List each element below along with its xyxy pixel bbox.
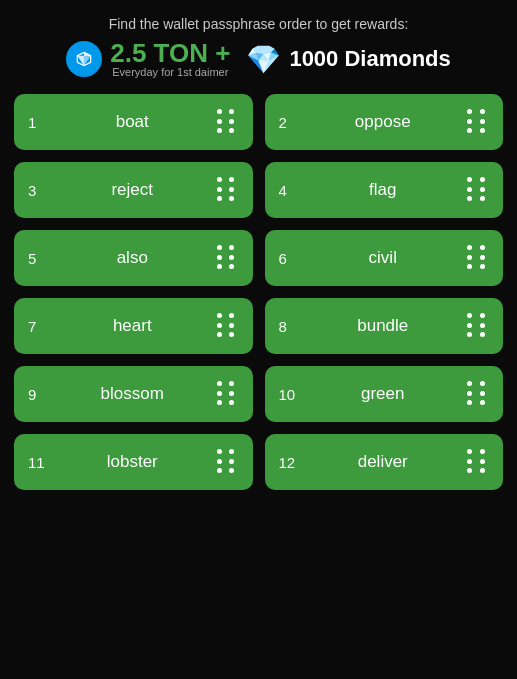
dice-icon xyxy=(217,313,239,339)
word-label: bundle xyxy=(299,316,468,336)
word-number: 9 xyxy=(28,386,48,403)
word-card[interactable]: 1boat xyxy=(14,94,253,150)
word-number: 8 xyxy=(279,318,299,335)
header: Find the wallet passphrase order to get … xyxy=(14,16,503,78)
word-label: reject xyxy=(48,180,217,200)
word-number: 1 xyxy=(28,114,48,131)
dice-icon xyxy=(217,109,239,135)
word-number: 7 xyxy=(28,318,48,335)
word-number: 4 xyxy=(279,182,299,199)
dice-icon xyxy=(217,381,239,407)
word-card[interactable]: 10green xyxy=(265,366,504,422)
word-number: 3 xyxy=(28,182,48,199)
ton-icon xyxy=(66,41,102,77)
word-number: 5 xyxy=(28,250,48,267)
dice-icon xyxy=(217,449,239,475)
dice-icon xyxy=(467,313,489,339)
word-label: heart xyxy=(48,316,217,336)
words-grid: 1boat2oppose3reject4flag5also6civil7hear… xyxy=(14,94,503,490)
instruction-text: Find the wallet passphrase order to get … xyxy=(14,16,503,32)
word-card[interactable]: 5also xyxy=(14,230,253,286)
word-card[interactable]: 3reject xyxy=(14,162,253,218)
dice-icon xyxy=(217,177,239,203)
word-label: lobster xyxy=(48,452,217,472)
word-label: green xyxy=(299,384,468,404)
dice-icon xyxy=(467,449,489,475)
ton-block: 2.5 TON + Everyday for 1st daimer xyxy=(66,40,230,78)
dice-icon xyxy=(217,245,239,271)
word-card[interactable]: 9blossom xyxy=(14,366,253,422)
dice-icon xyxy=(467,177,489,203)
ton-subtitle: Everyday for 1st daimer xyxy=(110,66,230,78)
word-label: also xyxy=(48,248,217,268)
reward-row: 2.5 TON + Everyday for 1st daimer 💎 1000… xyxy=(14,40,503,78)
word-number: 6 xyxy=(279,250,299,267)
word-label: boat xyxy=(48,112,217,132)
word-card[interactable]: 2oppose xyxy=(265,94,504,150)
word-number: 2 xyxy=(279,114,299,131)
word-label: deliver xyxy=(299,452,468,472)
dice-icon xyxy=(467,245,489,271)
word-card[interactable]: 12deliver xyxy=(265,434,504,490)
word-card[interactable]: 6civil xyxy=(265,230,504,286)
dice-icon xyxy=(467,381,489,407)
word-label: civil xyxy=(299,248,468,268)
word-number: 10 xyxy=(279,386,299,403)
word-number: 11 xyxy=(28,454,48,471)
ton-amount: 2.5 TON + xyxy=(110,40,230,66)
diamond-icon: 💎 xyxy=(246,43,281,76)
word-card[interactable]: 11lobster xyxy=(14,434,253,490)
diamond-block: 💎 1000 Diamonds xyxy=(246,43,450,76)
ton-text-block: 2.5 TON + Everyday for 1st daimer xyxy=(110,40,230,78)
word-label: blossom xyxy=(48,384,217,404)
word-label: flag xyxy=(299,180,468,200)
word-label: oppose xyxy=(299,112,468,132)
word-number: 12 xyxy=(279,454,299,471)
word-card[interactable]: 4flag xyxy=(265,162,504,218)
word-card[interactable]: 8bundle xyxy=(265,298,504,354)
diamonds-text: 1000 Diamonds xyxy=(289,46,450,72)
word-card[interactable]: 7heart xyxy=(14,298,253,354)
dice-icon xyxy=(467,109,489,135)
